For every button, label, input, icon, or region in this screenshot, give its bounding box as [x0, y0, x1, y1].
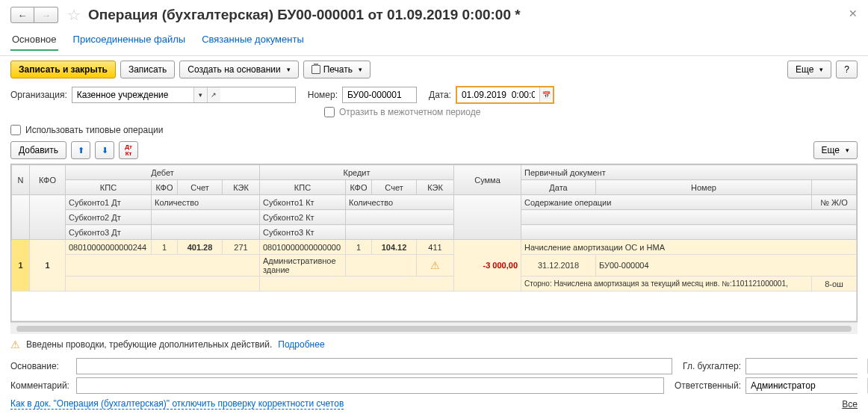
footer-help-link[interactable]: Как в док. "Операция (бухгалтерская)" от…: [10, 398, 344, 410]
responsible-label: Ответственный:: [675, 380, 741, 391]
print-button[interactable]: Печать: [303, 61, 371, 78]
table-row[interactable]: Административное здание ⚠ 31.12.2018 БУ0…: [12, 255, 857, 276]
org-label: Организация:: [10, 90, 67, 100]
table-more-button[interactable]: Еще: [813, 141, 858, 159]
col-d-kfo: КФО: [152, 180, 178, 195]
col-sum: Сумма: [454, 165, 521, 195]
add-row-button[interactable]: Добавить: [10, 141, 66, 159]
col-k-kps: КПС: [260, 180, 346, 195]
nav-back-button[interactable]: ←: [10, 7, 34, 23]
create-based-button[interactable]: Создать на основании: [179, 61, 299, 78]
page-title: Операция (бухгалтерская) БУ00-000001 от …: [88, 7, 521, 23]
date-input[interactable]: [457, 87, 539, 102]
responsible-combo[interactable]: ▾ ↗: [745, 377, 858, 394]
save-close-button[interactable]: Записать и закрыть: [10, 61, 116, 78]
number-label: Номер:: [308, 90, 338, 100]
footer-all-link[interactable]: Все: [842, 399, 858, 410]
col-d-kek: КЭК: [223, 180, 260, 195]
tab-linked[interactable]: Связанные документы: [200, 31, 306, 51]
col-d-kps: КПС: [66, 180, 152, 195]
table-row[interactable]: Сторно: Начислена амортизация за текущий…: [12, 276, 857, 291]
save-button[interactable]: Записать: [120, 61, 175, 78]
tab-files[interactable]: Присоединенные файлы: [72, 31, 187, 51]
use-typical-label: Использовать типовые операции: [25, 125, 163, 135]
printer-icon: [311, 65, 320, 74]
org-combo[interactable]: ▾ ↗: [72, 87, 296, 103]
responsible-input[interactable]: [746, 378, 867, 393]
col-credit: Кредит: [260, 165, 454, 180]
number-input[interactable]: [343, 87, 415, 102]
basis-input[interactable]: [76, 358, 672, 374]
use-typical-checkbox[interactable]: [10, 125, 21, 135]
warning-icon: ⚠: [10, 339, 20, 350]
move-down-button[interactable]: ⬇: [95, 141, 114, 159]
date-field[interactable]: 📅: [456, 86, 554, 104]
col-k-kek: КЭК: [417, 180, 454, 195]
org-input[interactable]: [72, 87, 193, 102]
accountant-label: Гл. бухгалтер:: [683, 361, 741, 371]
col-kfo: КФО: [30, 165, 66, 195]
date-label: Дата:: [429, 90, 451, 100]
entries-table[interactable]: N КФО Дебет Кредит Сумма Первичный докум…: [10, 164, 858, 322]
col-d-acc: Счет: [178, 180, 223, 195]
interperiod-checkbox[interactable]: [324, 107, 335, 117]
close-icon[interactable]: ✕: [849, 7, 858, 19]
table-row[interactable]: 1 1 08010000000000244 1 401.28 271 08010…: [12, 240, 857, 255]
nav-forward-button[interactable]: →: [34, 7, 58, 23]
org-dropdown-icon[interactable]: ▾: [193, 87, 207, 102]
favorite-star-icon[interactable]: ☆: [67, 6, 81, 24]
basis-label: Основание:: [10, 361, 72, 371]
col-k-acc: Счет: [372, 180, 417, 195]
col-debit: Дебет: [66, 165, 260, 180]
col-n: N: [12, 165, 30, 195]
tab-main[interactable]: Основное: [10, 31, 58, 51]
help-button[interactable]: ?: [836, 61, 858, 78]
org-open-icon[interactable]: ↗: [207, 87, 220, 102]
more-button[interactable]: Еще: [787, 61, 831, 78]
col-pdate: Дата: [521, 180, 596, 195]
warning-more-link[interactable]: Подробнее: [278, 339, 324, 350]
interperiod-label: Отразить в межотчетном периоде: [339, 107, 480, 117]
warning-icon: ⚠: [430, 259, 440, 271]
comment-label: Комментарий:: [10, 380, 72, 391]
calendar-icon[interactable]: 📅: [539, 87, 553, 102]
comment-input[interactable]: [76, 377, 664, 394]
move-up-button[interactable]: ⬆: [71, 141, 90, 159]
dtkt-button[interactable]: ДтКт: [119, 141, 138, 159]
accountant-combo[interactable]: ▾ ↗: [745, 358, 858, 374]
warning-text: Введены проводки, требующие дополнительн…: [26, 339, 272, 350]
col-primary: Первичный документ: [521, 165, 857, 180]
number-field[interactable]: [342, 87, 417, 103]
horizontal-scrollbar[interactable]: [10, 322, 858, 334]
col-k-kfo: КФО: [346, 180, 372, 195]
col-pnum: Номер: [596, 180, 812, 195]
